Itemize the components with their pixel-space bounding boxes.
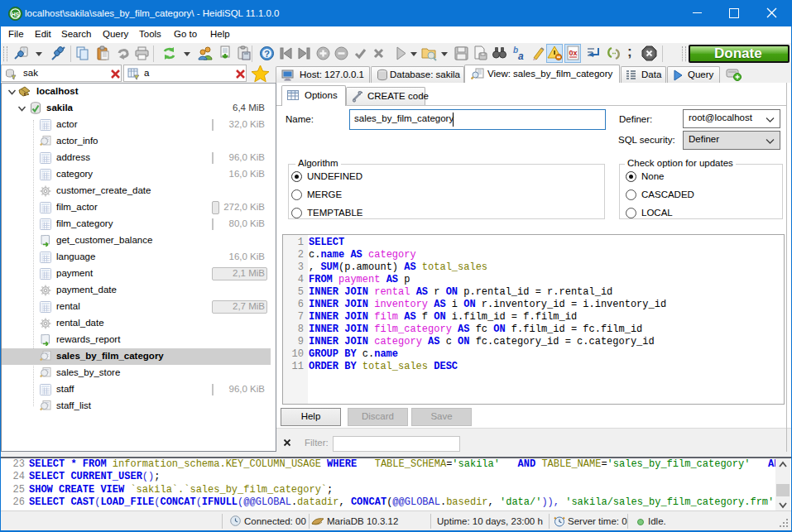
svg-text:?: ? <box>264 49 270 59</box>
svg-text:a: a <box>518 50 524 61</box>
svg-text:HS: HS <box>12 12 20 17</box>
svg-text:0x: 0x <box>569 49 577 57</box>
